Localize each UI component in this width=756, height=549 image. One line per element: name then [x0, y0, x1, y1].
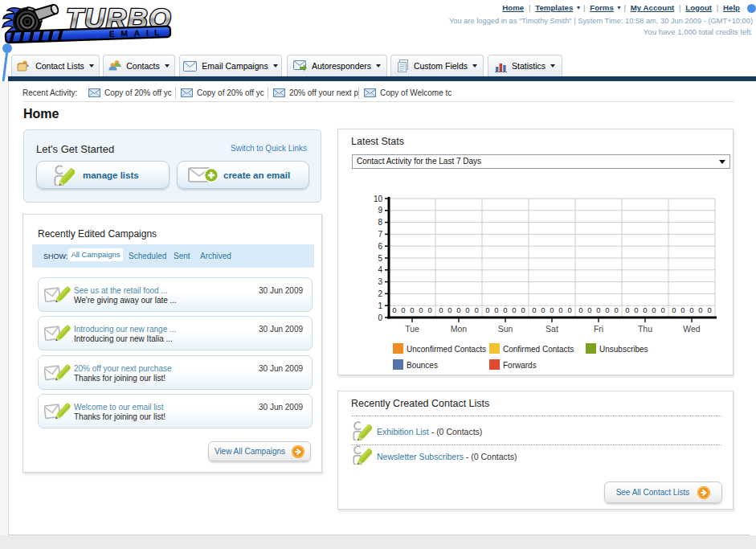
svg-text:0: 0: [456, 305, 460, 314]
svg-text:8: 8: [378, 218, 382, 227]
svg-text:Confirmed Contacts: Confirmed Contacts: [503, 345, 574, 354]
svg-text:Unconfirmed Contacts: Unconfirmed Contacts: [407, 345, 486, 354]
svg-text:0: 0: [465, 305, 469, 314]
svg-text:0: 0: [567, 305, 571, 314]
svg-text:0: 0: [503, 305, 507, 314]
svg-text:0: 0: [485, 305, 489, 314]
svg-text:0: 0: [378, 313, 382, 322]
svg-text:0: 0: [410, 305, 414, 314]
svg-text:0: 0: [541, 305, 545, 314]
svg-text:0: 0: [587, 305, 591, 314]
svg-text:Mon: Mon: [451, 324, 468, 334]
svg-text:10: 10: [374, 195, 383, 203]
svg-text:6: 6: [378, 242, 382, 251]
svg-text:0: 0: [596, 305, 600, 314]
svg-text:0: 0: [392, 305, 396, 314]
svg-text:Forwards: Forwards: [503, 361, 537, 370]
svg-text:5: 5: [378, 254, 382, 263]
svg-text:0: 0: [578, 305, 582, 314]
svg-text:4: 4: [378, 265, 382, 274]
svg-text:2: 2: [378, 289, 382, 298]
svg-text:Sun: Sun: [498, 324, 513, 334]
svg-text:0: 0: [521, 305, 525, 314]
svg-text:0: 0: [550, 305, 554, 314]
svg-text:0: 0: [427, 305, 431, 314]
svg-text:0: 0: [447, 305, 452, 314]
svg-text:Wed: Wed: [683, 324, 701, 334]
svg-text:0: 0: [634, 305, 638, 314]
svg-text:0: 0: [439, 305, 443, 314]
svg-text:Fri: Fri: [594, 324, 603, 334]
svg-text:0: 0: [614, 305, 618, 314]
svg-text:0: 0: [558, 305, 562, 314]
svg-text:0: 0: [532, 305, 536, 314]
svg-text:9: 9: [378, 206, 382, 215]
svg-text:0: 0: [401, 305, 405, 314]
svg-text:0: 0: [605, 305, 609, 314]
svg-text:7: 7: [378, 230, 382, 239]
svg-text:0: 0: [652, 305, 656, 314]
svg-text:Bounces: Bounces: [407, 361, 438, 370]
svg-text:0: 0: [474, 305, 478, 314]
svg-text:0: 0: [643, 305, 647, 314]
svg-text:EMAIL: EMAIL: [109, 27, 166, 39]
svg-text:0: 0: [707, 305, 711, 314]
svg-text:0: 0: [419, 305, 423, 314]
svg-text:0: 0: [660, 305, 664, 314]
svg-text:0: 0: [698, 305, 702, 314]
svg-text:0: 0: [512, 305, 516, 314]
svg-text:Sat: Sat: [546, 324, 558, 334]
svg-text:3: 3: [378, 277, 382, 286]
svg-text:0: 0: [680, 305, 684, 314]
svg-text:1: 1: [378, 301, 382, 310]
svg-text:0: 0: [672, 305, 676, 314]
svg-text:Tue: Tue: [405, 324, 419, 334]
svg-text:0: 0: [689, 305, 693, 314]
svg-text:0: 0: [625, 305, 629, 314]
svg-text:Unsubscribes: Unsubscribes: [599, 345, 648, 354]
svg-text:0: 0: [494, 305, 498, 314]
svg-text:Thu: Thu: [638, 324, 652, 334]
